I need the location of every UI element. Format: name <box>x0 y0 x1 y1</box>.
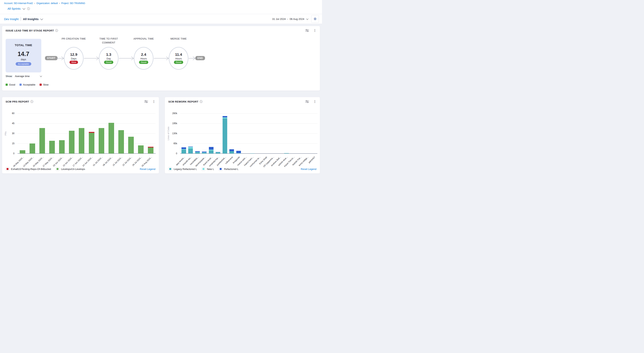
x-axis-label: 22 Jul 2024... <box>122 156 132 166</box>
bar-segment[interactable] <box>209 147 214 150</box>
bar-segment[interactable] <box>195 152 200 154</box>
bar-segment[interactable] <box>182 149 186 150</box>
filter-sliders-icon[interactable] <box>144 100 148 103</box>
breadcrumb-organization[interactable]: Organization: default <box>36 2 58 5</box>
bar-segment[interactable] <box>229 149 234 151</box>
bar-segment[interactable] <box>20 150 25 154</box>
reset-legend-link[interactable]: Reset Legend <box>140 168 156 170</box>
bar-segment[interactable] <box>138 146 144 154</box>
info-icon[interactable]: ⓘ <box>55 29 58 32</box>
bar-segment[interactable] <box>209 150 214 150</box>
bar-segment[interactable] <box>49 141 55 154</box>
legend-item-ui-levelops[interactable]: Levelops/Ui-Levelops <box>56 167 85 171</box>
y-tick-label: 45 <box>6 122 14 125</box>
legend-item-good: Good <box>6 83 15 86</box>
stage-rating-badge: Good <box>174 61 183 64</box>
stage-name: PR CREATION TIME <box>59 37 88 41</box>
info-icon[interactable]: ⓘ <box>200 100 202 103</box>
flow-arrow <box>154 56 169 61</box>
legend-label: Refactored L <box>224 168 238 170</box>
bar-segment[interactable] <box>182 150 186 154</box>
bar-segment[interactable] <box>216 152 220 152</box>
bar-segment[interactable] <box>89 132 94 133</box>
legend-label: Esha610/Testing-Repo-Of-Bitbucket <box>11 168 51 170</box>
bar-segment[interactable] <box>250 153 255 154</box>
bar-segment[interactable] <box>40 128 45 154</box>
legend-item-repo-bitbucket[interactable]: Esha610/Testing-Repo-Of-Bitbucket <box>6 167 51 171</box>
filter-sliders-icon[interactable] <box>305 29 309 32</box>
bar-segment[interactable] <box>236 151 241 153</box>
bar-segment[interactable] <box>69 131 74 154</box>
bar-segment[interactable] <box>79 128 84 154</box>
bar-segment[interactable] <box>222 118 227 118</box>
bar-segment[interactable] <box>236 153 241 154</box>
bar-segment[interactable] <box>229 151 234 154</box>
breadcrumb-account[interactable]: Account: SEI-Internal-Prod2 <box>4 2 33 5</box>
legend-item-legacy-refactored[interactable]: Legacy Refactored L <box>168 167 197 171</box>
bar-segment[interactable] <box>148 147 154 148</box>
kebab-menu-icon[interactable]: ⋮ <box>152 100 156 103</box>
x-axis-label: 15 Jul 2024... <box>112 156 123 166</box>
bar-segment[interactable] <box>209 150 214 154</box>
bar-segment[interactable] <box>188 146 193 147</box>
date-range-picker[interactable]: 31 Jul 2024 - 06 Aug 2024 <box>272 18 308 20</box>
info-icon[interactable]: ⓘ <box>30 100 33 103</box>
gridline <box>18 144 156 144</box>
stage-value: 11.4 <box>175 53 182 57</box>
bar-segment[interactable] <box>202 153 206 154</box>
bar-segment[interactable] <box>128 137 134 154</box>
sprint-selector[interactable]: All Sprints <box>8 7 21 10</box>
legend-item-refactored[interactable]: Refactored L <box>219 167 238 171</box>
bar-segment[interactable] <box>195 152 200 152</box>
legend-label: Acceptable <box>23 83 35 86</box>
scm-rework-report-card: SCM REWORK REPORT ⓘ ⋮ Lines of Code <box>165 97 320 174</box>
bar-segment[interactable] <box>195 151 200 152</box>
bar-segment[interactable] <box>30 144 35 154</box>
bar-segment[interactable] <box>188 147 193 148</box>
show-dropdown[interactable]: Show: Average time <box>6 75 42 78</box>
filter-sliders-icon[interactable] <box>305 100 309 103</box>
bar-segment[interactable] <box>202 152 206 152</box>
bar-segment[interactable] <box>108 123 114 154</box>
bar-segment[interactable] <box>188 148 193 154</box>
bar-segment[interactable] <box>222 116 227 118</box>
bar-segment[interactable] <box>202 152 206 153</box>
bar-segment[interactable] <box>89 133 94 154</box>
info-icon[interactable]: ⓘ <box>27 7 30 10</box>
insight-name-link[interactable]: Dev Insight <box>4 18 18 21</box>
bar-segment[interactable] <box>99 128 104 154</box>
legend-label: Legacy Refactored L <box>174 168 197 170</box>
legend-item-new[interactable]: New L <box>202 167 214 171</box>
bar-segment[interactable] <box>182 147 186 149</box>
header-right-group: 31 Jul 2024 - 06 Aug 2024 ⚙ <box>272 15 322 23</box>
bar-segment[interactable] <box>284 153 289 154</box>
issue-lead-time-card: ISSUE LEAD TIME BY STAGE REPORT ⓘ ⋮ TOTA… <box>2 26 320 91</box>
insights-dropdown[interactable]: All Insights <box>23 18 38 21</box>
settings-button[interactable]: ⚙ <box>311 15 319 23</box>
reset-legend-link[interactable]: Reset Legend <box>301 168 316 170</box>
total-time-box: TOTAL TIME 14.7 days Acceptable <box>6 39 41 72</box>
show-value: Average time <box>15 75 30 78</box>
chevron-down-icon[interactable] <box>22 7 25 10</box>
x-axis-label: 24 Jun 2024... <box>82 156 93 167</box>
chevron-down-icon[interactable] <box>40 17 43 20</box>
x-axis-line <box>180 153 317 154</box>
bar-segment[interactable] <box>118 130 124 154</box>
bar-segment[interactable] <box>59 140 65 154</box>
date-range-separator: - <box>287 18 288 20</box>
bar-segment[interactable] <box>216 152 220 154</box>
kebab-menu-icon[interactable]: ⋮ <box>313 29 316 32</box>
show-label: Show: <box>6 75 12 78</box>
dashboard-content: ISSUE LEAD TIME BY STAGE REPORT ⓘ ⋮ TOTA… <box>0 24 322 174</box>
stage-circle-merge: 11.4 Hours Good <box>169 47 188 70</box>
x-axis-line <box>18 153 156 154</box>
bar-segment[interactable] <box>222 118 227 154</box>
kebab-menu-icon[interactable]: ⋮ <box>313 100 316 103</box>
legend-label: Good <box>9 83 15 86</box>
bar-segment[interactable] <box>148 148 154 154</box>
breadcrumb-project[interactable]: Project: SEI TRAINING <box>61 2 85 5</box>
y-tick-label: 0 <box>6 152 14 155</box>
chart-legend: Esha610/Testing-Repo-Of-Bitbucket Levelo… <box>6 167 156 171</box>
y-tick-label: 130k <box>169 132 177 135</box>
sei-dashboard: Account: SEI-Internal-Prod2 › Organizati… <box>0 0 322 176</box>
